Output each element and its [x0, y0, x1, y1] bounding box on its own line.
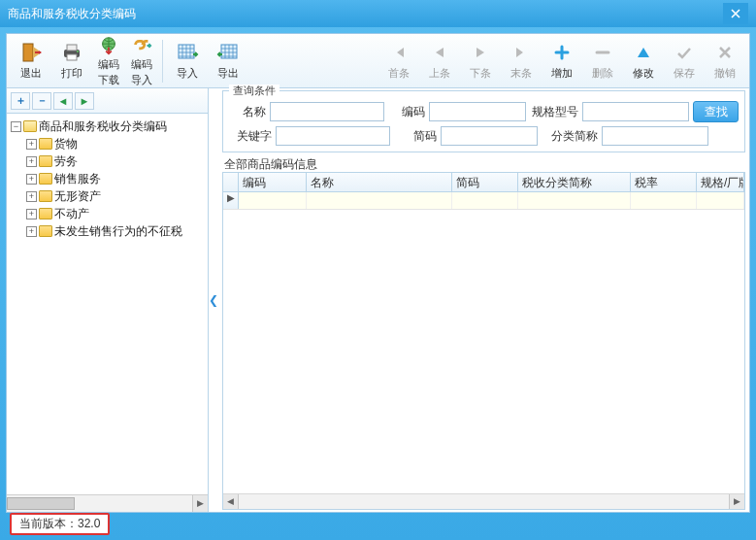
- grid-col-spec[interactable]: 规格/厂牌: [697, 173, 744, 191]
- input-keyword[interactable]: [276, 126, 390, 146]
- input-code[interactable]: [429, 102, 526, 121]
- next-record-button[interactable]: 下条: [460, 41, 501, 81]
- tree-toggle-icon[interactable]: +: [26, 174, 37, 185]
- next-label: 下条: [470, 66, 491, 81]
- tree-toggle-icon[interactable]: +: [26, 156, 37, 167]
- grid-col-code[interactable]: 编码: [239, 173, 307, 191]
- code-import-button[interactable]: 编码 导入: [125, 35, 158, 87]
- tree-item[interactable]: +无形资产: [26, 187, 206, 205]
- delete-button[interactable]: 删除: [582, 41, 623, 81]
- tree-toggle-icon[interactable]: +: [26, 226, 37, 237]
- grid-title: 全部商品编码信息: [218, 156, 749, 172]
- tree-item[interactable]: +货物: [26, 135, 206, 152]
- search-button[interactable]: 查找: [693, 101, 739, 122]
- tree-item[interactable]: +不动产: [26, 205, 206, 222]
- pane-collapse-button[interactable]: ❮: [209, 88, 218, 512]
- grid-col-name[interactable]: 名称: [307, 173, 452, 191]
- grid-export-icon: [216, 41, 240, 64]
- tree-toggle-icon[interactable]: −: [11, 121, 21, 132]
- svg-rect-4: [67, 54, 77, 60]
- tree-children: +货物 +劳务 +销售服务 +无形资产 +不动产 +未发生销售行为的不征税: [9, 135, 206, 240]
- grid-col-catshort[interactable]: 税收分类简称: [518, 173, 631, 191]
- import-button[interactable]: 导入: [167, 41, 208, 81]
- check-icon: [673, 41, 696, 64]
- minus-icon: [591, 41, 614, 64]
- tree-toggle-icon[interactable]: +: [26, 139, 37, 150]
- label-name: 名称: [229, 104, 266, 120]
- scrollbar-thumb[interactable]: [7, 497, 75, 510]
- tree-hscrollbar[interactable]: ▶: [7, 494, 208, 512]
- grid-cell[interactable]: [697, 192, 744, 209]
- svg-point-5: [77, 51, 79, 52]
- tree-item-label: 货物: [54, 136, 78, 152]
- print-button[interactable]: 打印: [51, 41, 92, 81]
- folder-icon: [39, 208, 52, 219]
- first-icon: [387, 41, 411, 64]
- category-tree[interactable]: − 商品和服务税收分类编码 +货物 +劳务 +销售服务 +无形资产 +不动产 +…: [7, 114, 208, 494]
- query-group: 查询条件 名称 编码 规格型号 查找: [222, 90, 745, 152]
- exit-button[interactable]: 退出: [11, 41, 51, 81]
- label-short: 简码: [394, 128, 437, 145]
- undo-label: 撤销: [714, 66, 736, 81]
- tree-item[interactable]: +销售服务: [26, 170, 206, 187]
- tree-moveright-button[interactable]: ►: [75, 92, 94, 110]
- chevron-left-icon: ❮: [209, 293, 218, 307]
- code-download-button[interactable]: 编码 下载: [92, 35, 125, 87]
- tree-moveleft-button[interactable]: ◄: [53, 92, 73, 110]
- grid-import-icon: [176, 41, 199, 64]
- grid-row[interactable]: ▶: [223, 192, 744, 210]
- tree-toggle-icon[interactable]: +: [26, 209, 37, 219]
- svg-rect-3: [67, 45, 77, 51]
- tree-item-label: 无形资产: [54, 188, 101, 205]
- last-label: 末条: [510, 66, 532, 81]
- undo-button[interactable]: 撤销: [705, 41, 745, 81]
- export-button[interactable]: 导出: [208, 41, 248, 81]
- tree-remove-button[interactable]: －: [32, 92, 51, 110]
- add-button[interactable]: 增加: [542, 41, 582, 81]
- close-button[interactable]: [723, 3, 748, 24]
- prev-label: 上条: [429, 66, 450, 81]
- grid-cell[interactable]: [452, 192, 518, 209]
- input-catshort[interactable]: [602, 126, 708, 146]
- grid-cell[interactable]: [631, 192, 697, 209]
- grid-hscrollbar[interactable]: ◀ ▶: [223, 493, 744, 509]
- save-button[interactable]: 保存: [664, 41, 705, 81]
- input-short[interactable]: [441, 126, 538, 146]
- input-spec[interactable]: [582, 102, 689, 121]
- row-marker-icon: ▶: [223, 192, 239, 209]
- input-name[interactable]: [270, 102, 384, 121]
- tree-item[interactable]: +未发生销售行为的不征税: [26, 222, 206, 240]
- tree-item[interactable]: +劳务: [26, 152, 206, 170]
- edit-button[interactable]: 修改: [623, 41, 664, 81]
- label-code: 编码: [388, 104, 425, 120]
- code-import-l1: 编码: [131, 57, 152, 72]
- window-title: 商品和服务税收分类编码: [8, 6, 723, 22]
- scroll-left-icon[interactable]: ◀: [223, 494, 239, 509]
- edit-label: 修改: [633, 66, 654, 81]
- grid-col-short[interactable]: 简码: [452, 173, 518, 191]
- tree-add-button[interactable]: ＋: [11, 92, 30, 110]
- scroll-right-icon[interactable]: ▶: [729, 494, 744, 509]
- prev-record-button[interactable]: 上条: [419, 41, 460, 81]
- tree-toggle-icon[interactable]: +: [26, 191, 37, 202]
- first-record-button[interactable]: 首条: [378, 41, 419, 81]
- grid-cell[interactable]: [518, 192, 631, 209]
- x-icon: [713, 41, 737, 64]
- printer-icon: [60, 41, 83, 64]
- import-label: 导入: [177, 66, 198, 81]
- scroll-right-icon[interactable]: ▶: [192, 495, 208, 512]
- toolbar-separator: [162, 40, 163, 83]
- svg-rect-0: [23, 44, 33, 61]
- tree-item-label: 销售服务: [54, 171, 101, 187]
- close-icon: [731, 9, 740, 18]
- grid-col-rate[interactable]: 税率: [631, 173, 697, 191]
- last-record-button[interactable]: 末条: [501, 41, 542, 81]
- grid-body[interactable]: ▶: [223, 192, 744, 493]
- data-grid: 编码 名称 简码 税收分类简称 税率 规格/厂牌 ▶: [222, 172, 745, 510]
- label-catshort: 分类简称: [542, 128, 598, 145]
- tree-root-row[interactable]: − 商品和服务税收分类编码: [9, 118, 206, 135]
- grid-cell[interactable]: [239, 192, 307, 209]
- grid-cell[interactable]: [307, 192, 452, 209]
- save-label: 保存: [674, 66, 695, 81]
- statusbar: 当前版本：32.0: [6, 513, 750, 534]
